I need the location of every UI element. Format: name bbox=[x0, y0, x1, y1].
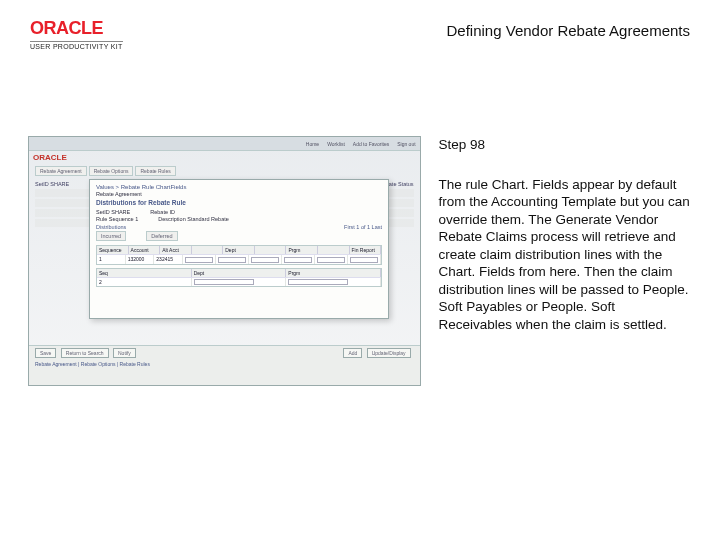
table-head: Sequence Account Alt Acct Dept Prgm Fin … bbox=[97, 246, 381, 254]
app-topbar: Home Worklist Add to Favorites Sign out bbox=[29, 137, 420, 151]
th bbox=[318, 246, 350, 254]
th: Account bbox=[129, 246, 161, 254]
modal-subtitle: Rebate Agreement bbox=[96, 191, 382, 197]
modal-field: Rule Sequence 1 bbox=[96, 216, 138, 222]
modal-table-2: Seq Dept Prgm 2 bbox=[96, 268, 382, 288]
td bbox=[192, 278, 287, 287]
table-row: 1 132000 232415 bbox=[97, 254, 381, 264]
page-header: ORACLE USER PRODUCTIVITY KIT Defining Ve… bbox=[0, 0, 720, 56]
th: Sequence bbox=[97, 246, 129, 254]
modal-header: Distributions for Rebate Rule bbox=[96, 199, 382, 206]
th: Prgm bbox=[286, 269, 381, 277]
lookup-icon[interactable] bbox=[317, 257, 345, 263]
th: Fin Report bbox=[350, 246, 382, 254]
document-title: Defining Vendor Rebate Agreements bbox=[447, 18, 691, 39]
td bbox=[282, 255, 315, 264]
td bbox=[315, 255, 348, 264]
save-button[interactable]: Save bbox=[35, 348, 56, 358]
topbar-link[interactable]: Add to Favorites bbox=[353, 141, 389, 147]
return-button[interactable]: Return to Search bbox=[61, 348, 109, 358]
modal-field: SetID SHARE bbox=[96, 209, 130, 215]
instruction-column: Step 98 The rule Chart. Fields appear by… bbox=[439, 136, 692, 386]
lookup-icon[interactable] bbox=[350, 257, 378, 263]
add-button[interactable]: Add bbox=[343, 348, 362, 358]
modal-table: Sequence Account Alt Acct Dept Prgm Fin … bbox=[96, 245, 382, 265]
app-tab[interactable]: Rebate Agreement bbox=[35, 166, 87, 176]
td: 132000 bbox=[126, 255, 155, 264]
oracle-logo: ORACLE bbox=[30, 18, 123, 39]
oracle-logo-block: ORACLE USER PRODUCTIVITY KIT bbox=[30, 18, 123, 50]
td bbox=[286, 278, 381, 287]
topbar-link[interactable]: Sign out bbox=[397, 141, 415, 147]
td bbox=[216, 255, 249, 264]
oracle-logo-subtext: USER PRODUCTIVITY KIT bbox=[30, 41, 123, 50]
td bbox=[249, 255, 282, 264]
text-input[interactable] bbox=[194, 279, 254, 285]
app-tabs: Rebate Agreement Rebate Options Rebate R… bbox=[29, 164, 420, 178]
lookup-icon[interactable] bbox=[251, 257, 279, 263]
table-head: Seq Dept Prgm bbox=[97, 269, 381, 277]
td: 232415 bbox=[154, 255, 183, 264]
lookup-icon[interactable] bbox=[185, 257, 213, 263]
table-row: 2 bbox=[97, 277, 381, 287]
footer-links: Rebate Agreement | Rebate Options | Reba… bbox=[35, 361, 414, 367]
embedded-screenshot: Home Worklist Add to Favorites Sign out … bbox=[28, 136, 421, 386]
td: 2 bbox=[97, 278, 192, 287]
th bbox=[255, 246, 287, 254]
app-oracle-logo: ORACLE bbox=[29, 151, 420, 164]
section-label: SetID SHARE bbox=[35, 181, 69, 187]
modal-tab[interactable]: Incurred bbox=[96, 231, 126, 241]
distributions-label: Distributions bbox=[96, 224, 126, 230]
app-tab[interactable]: Rebate Rules bbox=[135, 166, 175, 176]
topbar-link[interactable]: Worklist bbox=[327, 141, 345, 147]
modal-field: Description Standard Rebate bbox=[158, 216, 229, 222]
topbar-link[interactable]: Home bbox=[306, 141, 319, 147]
instruction-text: The rule Chart. Fields appear by default… bbox=[439, 176, 692, 334]
modal-tab[interactable]: Deferred bbox=[146, 231, 177, 241]
modal-dialog: Values > Rebate Rule ChartFields Rebate … bbox=[89, 179, 389, 319]
notify-button[interactable]: Notify bbox=[113, 348, 136, 358]
lookup-icon[interactable] bbox=[218, 257, 246, 263]
td bbox=[348, 255, 381, 264]
content-row: Home Worklist Add to Favorites Sign out … bbox=[0, 56, 720, 386]
th bbox=[192, 246, 224, 254]
td bbox=[183, 255, 216, 264]
modal-breadcrumb: Values > Rebate Rule ChartFields bbox=[96, 184, 382, 190]
app-tab[interactable]: Rebate Options bbox=[89, 166, 134, 176]
modal-field: Rebate ID bbox=[150, 209, 175, 215]
th: Dept bbox=[192, 269, 287, 277]
th: Dept bbox=[223, 246, 255, 254]
step-label: Step 98 bbox=[439, 136, 692, 154]
lookup-icon[interactable] bbox=[284, 257, 312, 263]
td: 1 bbox=[97, 255, 126, 264]
text-input[interactable] bbox=[288, 279, 348, 285]
nav-label: First 1 of 1 Last bbox=[344, 224, 382, 230]
th: Alt Acct bbox=[160, 246, 192, 254]
app-footer: Save Return to Search Notify Add Update/… bbox=[29, 345, 420, 385]
th: Prgm bbox=[286, 246, 318, 254]
update-button[interactable]: Update/Display bbox=[367, 348, 411, 358]
th: Seq bbox=[97, 269, 192, 277]
